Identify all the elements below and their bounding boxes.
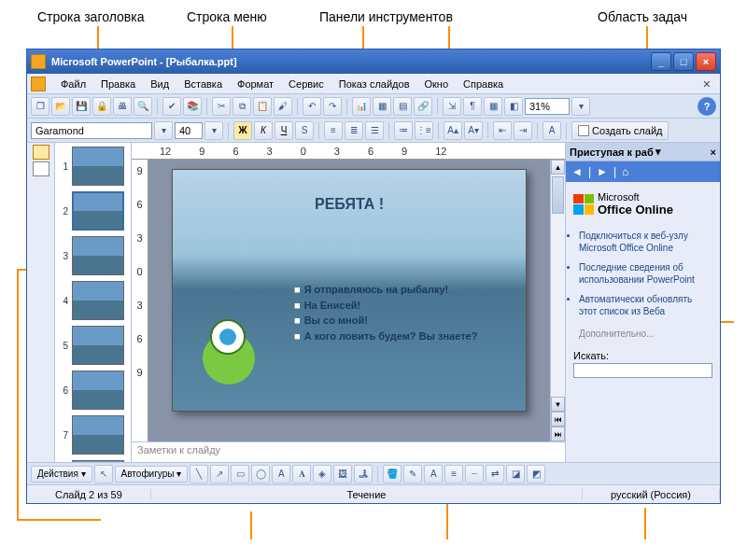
help-icon[interactable]: ? [698, 97, 716, 116]
menu-view[interactable]: Вид [143, 77, 176, 91]
fill-color-icon[interactable]: 🪣 [383, 465, 402, 483]
menu-insert[interactable]: Вставка [176, 77, 230, 91]
color-icon[interactable]: ◧ [504, 97, 523, 116]
thumb-row[interactable]: 4 [57, 281, 129, 320]
slide-title[interactable]: РЕБЯТА ! [173, 196, 526, 213]
task-search-input[interactable] [573, 363, 712, 378]
thumb-row[interactable]: 2 [57, 191, 129, 231]
bullet-item[interactable]: На Енисей! [294, 298, 477, 314]
thumb[interactable] [72, 236, 124, 275]
spelling-icon[interactable]: ✔ [162, 97, 181, 116]
menu-file[interactable]: Файл [53, 77, 93, 91]
notes-pane[interactable]: Заметки к слайду [132, 441, 565, 462]
task-link[interactable]: Подключиться к веб-узлу Microsoft Office… [579, 230, 712, 254]
format-painter-icon[interactable]: 🖌 [274, 97, 292, 116]
textbox-icon[interactable]: A [272, 465, 290, 483]
increase-indent-icon[interactable]: ⇥ [514, 121, 532, 140]
bullet-item[interactable]: Я отправляюсь на рыбалку! [294, 282, 477, 298]
title-bar[interactable]: Microsoft PowerPoint - [Рыбалка.ppt] _ □… [27, 49, 720, 74]
oval-icon[interactable]: ◯ [251, 465, 270, 483]
task-pane-header[interactable]: Приступая к раб ▾ × [566, 143, 720, 161]
decrease-font-icon[interactable]: A▾ [464, 121, 483, 140]
bullet-list-icon[interactable]: ⋮≡ [415, 121, 433, 140]
shadow-button[interactable]: S [295, 121, 314, 140]
vertical-scrollbar[interactable]: ▲ ▼ ⏮ ⏭ [550, 160, 565, 441]
line-color-icon[interactable]: ✎ [403, 465, 422, 483]
task-link[interactable]: Автоматически обновлять этот список из В… [579, 293, 712, 317]
minimize-button[interactable]: _ [651, 52, 671, 71]
font-color-draw-icon[interactable]: A [424, 465, 443, 483]
bold-button[interactable]: Ж [233, 121, 252, 140]
menu-tools[interactable]: Сервис [281, 77, 331, 91]
thumb[interactable] [72, 326, 124, 365]
thumb-row[interactable]: 6 [57, 371, 129, 410]
italic-button[interactable]: К [254, 121, 273, 140]
clipart-icon[interactable]: 🖼 [333, 465, 352, 483]
expand-icon[interactable]: ⇲ [443, 97, 461, 116]
shadow-style-icon[interactable]: ◪ [506, 465, 525, 483]
dash-style-icon[interactable]: ┄ [465, 465, 484, 483]
font-color-icon[interactable]: A [543, 121, 561, 140]
clipart-monster[interactable] [195, 319, 261, 394]
task-home-icon[interactable]: ⌂ [622, 165, 628, 178]
scroll-up-icon[interactable]: ▲ [551, 160, 565, 175]
menu-edit[interactable]: Правка [93, 77, 143, 91]
line-style-icon[interactable]: ≡ [444, 465, 463, 483]
thumb[interactable] [72, 191, 124, 231]
arrow-icon[interactable]: ↗ [210, 465, 229, 483]
menu-help[interactable]: Справка [456, 77, 511, 91]
bullet-item[interactable]: Вы со мной! [294, 313, 477, 329]
new-slide-button[interactable]: Создать слайд [571, 121, 669, 140]
bullet-item[interactable]: А кого ловить будем? Вы знаете? [294, 329, 477, 344]
table-icon[interactable]: ▦ [373, 97, 391, 116]
save-icon[interactable]: 💾 [72, 97, 91, 116]
picture-icon[interactable]: 🏞 [354, 465, 373, 483]
permission-icon[interactable]: 🔒 [92, 97, 111, 116]
align-left-icon[interactable]: ≡ [324, 121, 343, 140]
tables-borders-icon[interactable]: ▤ [393, 97, 412, 116]
slide-bullets[interactable]: Я отправляюсь на рыбалку!На Енисей!Вы со… [294, 282, 477, 343]
font-name-input[interactable] [31, 122, 152, 139]
task-back-icon[interactable]: ◄ [571, 165, 583, 178]
diagram-icon[interactable]: ◈ [313, 465, 331, 483]
cut-icon[interactable]: ✂ [212, 97, 231, 116]
arrow-style-icon[interactable]: ⇄ [486, 465, 504, 483]
actions-menu[interactable]: Действия ▾ [31, 466, 92, 483]
autoshapes-menu[interactable]: Автофигуры ▾ [115, 466, 189, 483]
align-center-icon[interactable]: ≣ [345, 121, 363, 140]
normal-view-icon[interactable] [33, 145, 49, 160]
align-right-icon[interactable]: ☰ [365, 121, 384, 140]
size-dropdown-icon[interactable]: ▾ [204, 121, 223, 140]
font-size-input[interactable] [175, 122, 203, 139]
redo-icon[interactable]: ↷ [323, 97, 342, 116]
wordart-icon[interactable]: 𝐀 [292, 465, 311, 483]
show-formatting-icon[interactable]: ¶ [463, 97, 482, 116]
preview-icon[interactable]: 🔍 [134, 97, 152, 116]
thumb-row[interactable]: 1 [57, 147, 129, 186]
increase-font-icon[interactable]: A▴ [444, 121, 462, 140]
menu-window[interactable]: Окно [417, 77, 457, 91]
undo-icon[interactable]: ↶ [303, 97, 321, 116]
doc-close-icon[interactable]: × [698, 77, 716, 91]
scroll-thumb[interactable] [552, 176, 564, 214]
thumb-row[interactable]: 3 [57, 236, 129, 275]
numbered-list-icon[interactable]: ≔ [394, 121, 413, 140]
scroll-down-icon[interactable]: ▼ [551, 397, 565, 412]
task-link[interactable]: Последние сведения об использовании Powe… [579, 261, 712, 286]
task-fwd-icon[interactable]: ► [597, 165, 608, 178]
font-dropdown-icon[interactable]: ▾ [154, 121, 173, 140]
maximize-button[interactable]: □ [673, 52, 694, 71]
copy-icon[interactable]: ⧉ [233, 97, 251, 116]
hyperlink-icon[interactable]: 🔗 [414, 97, 432, 116]
chart-icon[interactable]: 📊 [352, 97, 371, 116]
task-more-link[interactable]: Дополнительно... [566, 329, 720, 346]
thumb[interactable] [72, 371, 124, 410]
select-icon[interactable]: ↖ [94, 465, 113, 483]
menu-format[interactable]: Формат [230, 77, 281, 91]
grid-icon[interactable]: ▦ [484, 97, 502, 116]
close-button[interactable]: × [696, 52, 716, 71]
slide-canvas[interactable]: РЕБЯТА ! Я отправляюсь на рыбалку!На Ени… [148, 160, 550, 441]
thumb[interactable] [72, 281, 124, 320]
thumb[interactable] [72, 147, 124, 186]
thumb[interactable] [72, 415, 124, 455]
